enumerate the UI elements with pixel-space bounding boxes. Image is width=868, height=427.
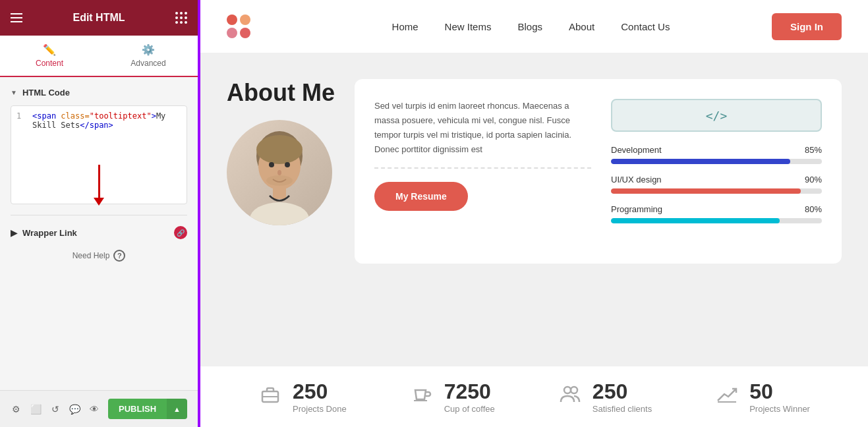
stat-text-projects: 250 Projects Done — [293, 380, 347, 414]
about-description: Sed vel turpis id enim laoreet rhoncus. … — [374, 99, 591, 169]
profile-photo — [227, 120, 332, 225]
tab-advanced-label: Advanced — [130, 59, 165, 68]
stat-label-coffee: Cup of coffee — [444, 404, 495, 414]
logo — [227, 14, 250, 38]
skill-bar-fill-development — [611, 159, 790, 164]
code-content: <span class="tooltiptext">My Skill Sets<… — [32, 111, 181, 130]
stat-item-winner: 50 Projects Winner — [715, 380, 810, 414]
coffee-icon — [410, 382, 434, 411]
stat-text-winner: 50 Projects Winner — [749, 380, 810, 414]
advanced-icon: ⚙️ — [142, 43, 155, 56]
nav-about[interactable]: About — [569, 21, 594, 32]
briefcase-icon — [258, 382, 282, 411]
wrapper-link-label: ▶ Wrapper Link — [11, 228, 77, 238]
svg-rect-6 — [273, 187, 286, 199]
sign-in-button[interactable]: Sign In — [772, 13, 842, 40]
skill-percent-programming: 80% — [805, 204, 822, 214]
publish-button[interactable]: PUBLISH — [108, 399, 167, 419]
code-span-close: </span> — [80, 121, 113, 130]
publish-dropdown-button[interactable]: ▲ — [167, 399, 187, 419]
svg-point-7 — [250, 202, 309, 225]
skill-bar-fill-programming — [611, 218, 780, 223]
stat-item-projects: 250 Projects Done — [258, 380, 347, 414]
skill-header-programming: Programming 80% — [611, 204, 822, 214]
html-code-section-header[interactable]: ▼ HTML Code — [11, 88, 187, 98]
profile-svg — [240, 120, 319, 225]
skill-percent-development: 85% — [805, 145, 822, 155]
main-content: Home New Items Blogs About Contact Us Si… — [200, 0, 868, 427]
tab-advanced[interactable]: ⚙️ Advanced — [99, 36, 198, 76]
red-arrow-indicator — [94, 165, 104, 206]
nav-contact[interactable]: Contact Us — [621, 21, 670, 32]
need-help-text: Need Help — [72, 251, 110, 260]
eye-icon[interactable]: 👁 — [88, 401, 100, 417]
tab-content-label: Content — [36, 59, 63, 68]
collapse-arrow: ▼ — [11, 89, 17, 96]
skill-bar-fill-uiux — [611, 188, 801, 194]
about-text-col: Sed vel turpis id enim laoreet rhoncus. … — [374, 99, 591, 234]
wrapper-link-section[interactable]: ▶ Wrapper Link 🔗 — [11, 226, 187, 239]
skill-item-uiux: UI/UX design 90% — [611, 175, 822, 194]
stat-number-clients: 250 — [593, 380, 652, 404]
stat-label-clients: Satisfied clients — [593, 404, 652, 414]
divider — [11, 215, 187, 215]
stat-text-coffee: 7250 Cup of coffee — [444, 380, 495, 414]
wrapper-collapse-arrow: ▶ — [11, 228, 17, 238]
stat-item-coffee: 7250 Cup of coffee — [410, 380, 495, 414]
resume-button[interactable]: My Resume — [374, 182, 468, 211]
panel-header: Edit HTML — [0, 0, 198, 36]
navbar: Home New Items Blogs About Contact Us Si… — [200, 0, 868, 53]
code-span-open: <span — [32, 111, 61, 121]
code-line-1: 1 <span class="tooltiptext">My Skill Set… — [16, 111, 181, 130]
help-icon: ? — [113, 250, 125, 262]
skill-label-uiux: UI/UX design — [611, 175, 662, 185]
code-editor[interactable]: 1 <span class="tooltiptext">My Skill Set… — [11, 105, 187, 204]
svg-point-13 — [571, 387, 577, 393]
panel-title: Edit HTML — [72, 12, 125, 24]
code-tag-close: > — [152, 111, 156, 121]
svg-point-2 — [256, 135, 303, 164]
code-icon-box: </> — [611, 99, 822, 132]
link-icon: 🔗 — [174, 226, 187, 239]
panel-tabs: ✏️ Content ⚙️ Advanced — [0, 36, 198, 77]
stat-text-clients: 250 Satisfied clients — [593, 380, 652, 414]
logo-dot-1 — [227, 14, 237, 25]
skill-item-programming: Programming 80% — [611, 204, 822, 223]
stats-section: 250 Projects Done 7250 Cup of coffee — [200, 366, 868, 427]
code-string-val: "tooltiptext" — [90, 111, 152, 121]
skill-bar-bg-uiux — [611, 188, 822, 194]
hamburger-icon[interactable] — [11, 13, 22, 22]
html-code-label: HTML Code — [22, 88, 70, 98]
comment-icon[interactable]: 💬 — [69, 401, 81, 417]
stat-number-projects: 250 — [293, 380, 347, 404]
svg-point-4 — [285, 162, 290, 167]
skill-label-development: Development — [611, 145, 662, 155]
history-icon[interactable]: ↺ — [49, 401, 61, 417]
about-card-inner: Sed vel turpis id enim laoreet rhoncus. … — [374, 99, 822, 234]
about-section: About Me — [227, 79, 842, 264]
skills-col: </> Development 85% — [611, 99, 822, 234]
content-icon: ✏️ — [43, 43, 56, 56]
layers-icon[interactable]: ⬜ — [30, 401, 42, 417]
need-help[interactable]: Need Help ? — [11, 239, 187, 272]
logo-dots — [227, 14, 250, 38]
skill-bar-bg-development — [611, 159, 822, 164]
nav-home[interactable]: Home — [392, 21, 419, 32]
page-content: About Me — [200, 53, 868, 366]
panel-footer: ⚙ ⬜ ↺ 💬 👁 PUBLISH ▲ — [0, 390, 198, 427]
settings-icon[interactable]: ⚙ — [11, 401, 22, 417]
nav-blogs[interactable]: Blogs — [517, 21, 542, 32]
skill-label-programming: Programming — [611, 204, 662, 214]
svg-point-5 — [277, 170, 281, 175]
about-title: About Me — [227, 79, 335, 107]
line-number: 1 — [16, 111, 27, 130]
wrapper-link-text: Wrapper Link — [22, 228, 77, 238]
panel-content: ▼ HTML Code 1 <span class="tooltiptext">… — [0, 77, 198, 390]
grid-icon[interactable] — [175, 12, 187, 24]
svg-point-8 — [266, 175, 293, 186]
tab-content[interactable]: ✏️ Content — [0, 36, 99, 77]
stat-number-coffee: 7250 — [444, 380, 495, 404]
nav-links: Home New Items Blogs About Contact Us — [290, 21, 772, 32]
nav-new-items[interactable]: New Items — [445, 21, 492, 32]
left-panel: Edit HTML ✏️ Content ⚙️ Advanced ▼ HTML … — [0, 0, 198, 427]
